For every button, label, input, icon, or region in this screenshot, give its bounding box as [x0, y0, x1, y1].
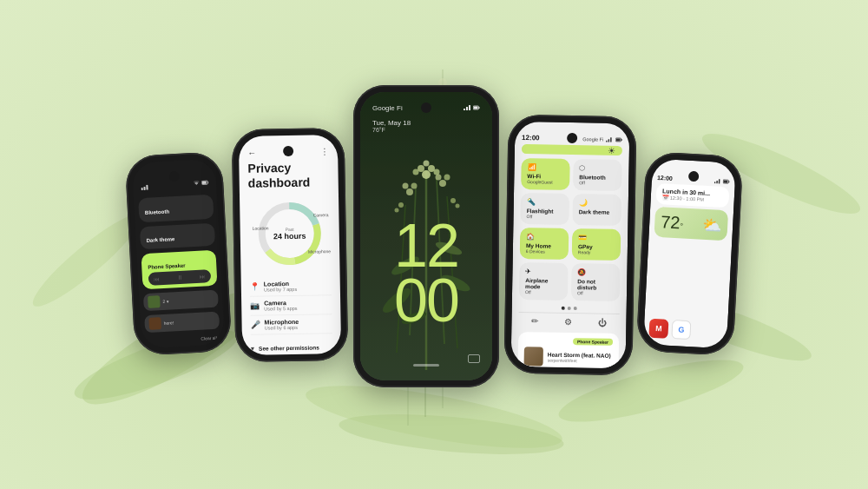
svg-point-37 — [422, 170, 431, 179]
dark-theme-icon: 🌙 — [579, 199, 615, 208]
svg-rect-65 — [714, 181, 716, 182]
google-app-icon[interactable]: G — [671, 320, 691, 340]
microphone-icon: 🎤 — [251, 320, 260, 328]
phone-2-camera — [283, 145, 293, 155]
location-permission[interactable]: 📍 Location Used by 7 apps — [250, 275, 332, 296]
quick-tile-row-4: ✈ Airplane mode Off 🔕 Do not disturb Off — [519, 261, 621, 301]
svg-rect-54 — [466, 107, 468, 110]
privacy-dashboard-title: Privacy dashboard — [247, 160, 330, 190]
next-btn[interactable]: ⏭ — [200, 273, 206, 279]
svg-rect-58 — [474, 107, 478, 109]
camera-permission[interactable]: 📷 Camera Used by 5 apps — [250, 294, 332, 315]
gpay-tile[interactable]: 💳 GPay Ready — [572, 228, 621, 261]
brightness-icon: ☀ — [608, 145, 615, 155]
phone-widgets: 12:00 Lunch in 30 mi... 📅 12:30 - 1:00 P… — [636, 151, 744, 356]
bottom-icons-row: ✏ ⚙ ⏻ — [518, 311, 619, 330]
expand-icon: ▾ — [251, 344, 254, 352]
p5-status-icons — [714, 177, 730, 183]
svg-rect-18 — [146, 184, 148, 189]
donut-camera-label: Camera — [313, 211, 329, 216]
media-player-card: Phone Speaker Heart Storm (feat. NAO) se… — [517, 331, 619, 367]
app-thumb-2 — [148, 317, 161, 330]
p4-carrier: Google Fi — [582, 135, 603, 141]
airplane-tile[interactable]: ✈ Airplane mode Off — [519, 261, 569, 300]
phone-1-status-icons — [193, 180, 208, 186]
microphone-permission[interactable]: 🎤 Microphone Used by 6 apps — [250, 314, 332, 334]
phone-5-camera — [688, 170, 700, 182]
phone-5-content: 12:00 Lunch in 30 mi... 📅 12:30 - 1:00 P… — [643, 158, 736, 348]
song-title: Heart Storm (feat. NAO) — [548, 351, 611, 358]
recents-button[interactable] — [468, 354, 480, 363]
svg-rect-17 — [143, 186, 145, 189]
weather-widget[interactable]: 72° ⛅ — [654, 206, 728, 240]
svg-point-41 — [413, 169, 419, 175]
phone-3-status-icons — [464, 105, 480, 110]
menu-button[interactable]: ⋮ — [320, 147, 329, 156]
see-more-permissions[interactable]: ▾ See other permissions Files and media,… — [251, 333, 332, 354]
clear-all-button[interactable]: Clear all — [146, 334, 220, 343]
phone-3-content: Google Fi Tue, May 18 76°F 1200 — [360, 92, 492, 380]
phone-clock: Google Fi Tue, May 18 76°F 1200 — [353, 85, 499, 387]
battery-icon-p1 — [201, 180, 208, 185]
phone-speaker-notification[interactable]: Phone Speaker ⏮ ⏸ ⏭ — [141, 249, 217, 288]
phones-container: Bluetooth Dark theme Phone Speaker ⏮ ⏸ ⏭ — [0, 0, 868, 489]
media-card-top: Phone Speaker — [524, 337, 613, 346]
svg-point-48 — [444, 174, 450, 180]
battery-icon-p4 — [615, 136, 622, 142]
app-notification-2[interactable]: here! — [144, 311, 220, 332]
temp-unit: ° — [680, 221, 683, 230]
phone-5-screen: 12:00 Lunch in 30 mi... 📅 12:30 - 1:00 P… — [643, 158, 736, 348]
calendar-card[interactable]: Lunch in 30 mi... 📅 12:30 - 1:00 PM — [655, 182, 729, 207]
app-notification-1[interactable]: 2 ▾ — [143, 289, 219, 310]
brightness-slider[interactable]: ☀ — [522, 144, 622, 155]
p4-status-icons: Google Fi — [582, 135, 622, 142]
svg-point-51 — [450, 198, 456, 203]
donut-microphone-label: Microphone — [308, 248, 331, 253]
power-icon[interactable]: ⏻ — [597, 317, 606, 327]
phone-privacy: ← ⋮ Privacy dashboard — [232, 127, 349, 361]
quick-tile-row-1: 📶 Wi-Fi GoogleGuest ⬡ Bluetooth Off — [521, 158, 622, 191]
play-pause-btn[interactable]: ⏸ — [176, 274, 182, 280]
edit-icon[interactable]: ✏ — [531, 316, 538, 326]
wifi-tile[interactable]: 📶 Wi-Fi GoogleGuest — [521, 158, 570, 190]
dot-2 — [568, 306, 571, 309]
weather-icon: ⛅ — [702, 215, 722, 235]
prev-btn[interactable]: ⏮ — [154, 275, 160, 281]
date-label: Tue, May 18 — [372, 119, 480, 127]
svg-point-40 — [424, 160, 430, 166]
donut-center-label: Past 24 hours — [273, 226, 306, 241]
svg-rect-61 — [610, 136, 612, 142]
carrier-label: Google Fi — [372, 104, 403, 112]
bluetooth-tile[interactable]: ⬡ Bluetooth Off — [573, 159, 622, 191]
page-dots — [519, 305, 620, 310]
dark-theme-notification[interactable]: Dark theme — [140, 222, 215, 248]
app-icons-row: M G — [648, 318, 722, 344]
dnd-tile[interactable]: 🔕 Do not disturb Off — [571, 263, 621, 301]
privacy-donut-chart: Past 24 hours Location Camera Microphone — [248, 197, 331, 268]
home-tile[interactable]: 🏠 My Home 6 Devices — [520, 227, 569, 259]
notif-text-area: 2 ▾ — [162, 298, 168, 303]
gpay-icon: 💳 — [578, 234, 615, 242]
svg-rect-59 — [606, 140, 608, 142]
phone-2-content: ← ⋮ Privacy dashboard — [239, 135, 341, 355]
svg-point-43 — [406, 188, 413, 195]
speaker-badge: Phone Speaker — [573, 338, 613, 346]
quick-tile-row-2: 🔦 Flashlight Off 🌙 Dark theme — [520, 192, 621, 225]
svg-point-46 — [439, 180, 446, 187]
gmail-app-icon[interactable]: M — [648, 318, 668, 338]
phone-3-screen: Google Fi Tue, May 18 76°F 1200 — [360, 92, 492, 380]
svg-rect-55 — [469, 105, 470, 110]
bluetooth-notification[interactable]: Bluetooth — [138, 194, 214, 221]
dark-theme-tile[interactable]: 🌙 Dark theme — [572, 194, 621, 226]
quick-tile-row-3: 🏠 My Home 6 Devices 💳 GPay Ready — [520, 227, 621, 260]
phone-1-camera — [169, 170, 181, 182]
calendar-icon: 📅 — [662, 194, 668, 200]
location-icon: 📍 — [250, 281, 259, 290]
signal-icon-p4 — [606, 136, 613, 142]
svg-rect-60 — [608, 138, 610, 142]
signal-icon — [141, 177, 150, 193]
svg-rect-16 — [141, 188, 142, 190]
settings-icon[interactable]: ⚙ — [564, 316, 572, 326]
bluetooth-tile-icon: ⬡ — [579, 164, 615, 173]
flashlight-tile[interactable]: 🔦 Flashlight Off — [520, 192, 569, 224]
